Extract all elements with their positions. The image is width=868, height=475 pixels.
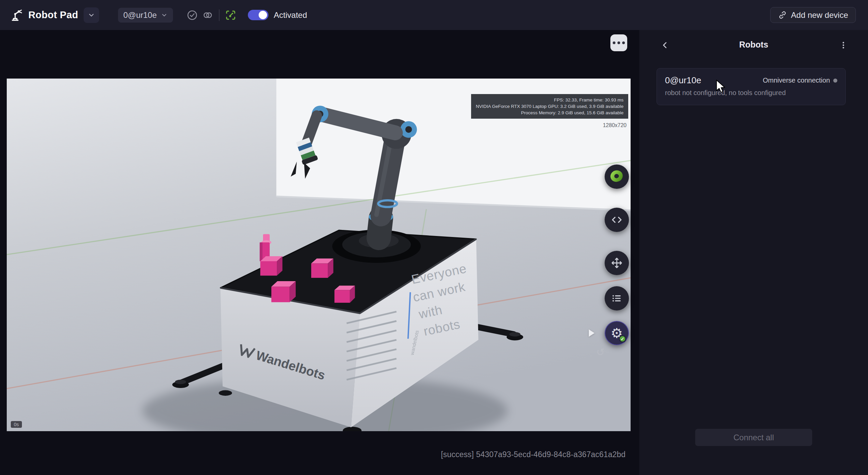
robot-name: 0@ur10e bbox=[665, 75, 701, 86]
3d-viewport[interactable]: Wandelbots Everyone can work with robots… bbox=[7, 79, 631, 431]
main-area: Wandelbots Everyone can work with robots… bbox=[0, 30, 639, 475]
dot bbox=[613, 41, 615, 44]
robot-scan-icon bbox=[225, 9, 237, 21]
add-new-device-label: Add new device bbox=[791, 10, 848, 20]
robot-connection-label: Omniverse connection bbox=[763, 77, 830, 84]
check-circle-icon bbox=[186, 9, 198, 21]
device-selector-label: 0@ur10e bbox=[123, 10, 157, 20]
perf-line-fps: FPS: 32.33, Frame time: 30.93 ms bbox=[476, 97, 624, 103]
code-button[interactable] bbox=[605, 208, 629, 232]
move-button[interactable] bbox=[605, 251, 629, 275]
dot bbox=[617, 41, 620, 44]
activation-toggle-label: Activated bbox=[274, 10, 307, 20]
add-new-device-button[interactable]: Add new device bbox=[770, 7, 856, 23]
status-message: [success] 54307a93-5ecd-46d9-84c8-a367ac… bbox=[441, 450, 626, 459]
move-arrows-icon bbox=[610, 256, 624, 270]
robots-panel: Robots 0@ur10e Omniverse connection robo… bbox=[639, 30, 868, 475]
performance-overlay: FPS: 32.33, Frame time: 30.93 ms NVIDIA … bbox=[471, 94, 628, 119]
chevron-down-icon bbox=[161, 12, 168, 19]
perf-line-gpu: NVIDIA GeForce RTX 3070 Laptop GPU: 3.2 … bbox=[476, 103, 624, 110]
connection-status-dot bbox=[833, 79, 837, 83]
robot-pad-logo-icon bbox=[10, 8, 24, 22]
chevron-down-icon bbox=[88, 11, 95, 19]
settings-button[interactable]: ⚙ ✓ bbox=[605, 321, 629, 345]
reset-view-button[interactable]: ↺ bbox=[596, 346, 605, 358]
toolbar-divider bbox=[219, 9, 220, 21]
list-icon bbox=[610, 292, 623, 305]
play-mini-button[interactable] bbox=[589, 329, 595, 337]
joint-control-button[interactable] bbox=[605, 165, 629, 189]
connection-rings-button[interactable] bbox=[200, 7, 215, 23]
device-selector[interactable]: 0@ur10e bbox=[118, 8, 173, 23]
kebab-menu-icon bbox=[839, 41, 848, 50]
code-icon bbox=[610, 213, 623, 226]
perf-line-memory: Process Memory: 2.9 GiB used, 15.6 GiB a… bbox=[476, 110, 624, 116]
app-menu-chevron-button[interactable] bbox=[84, 7, 99, 23]
timeline-badge: 0s bbox=[11, 421, 22, 428]
list-button[interactable] bbox=[605, 286, 629, 310]
connection-rings-icon bbox=[202, 9, 213, 21]
toggle-knob bbox=[259, 11, 267, 19]
green-ring-icon bbox=[609, 169, 624, 184]
dot bbox=[622, 41, 625, 44]
viewport-more-button[interactable] bbox=[610, 34, 627, 51]
app-root: Robot Pad 0@ur10e bbox=[0, 0, 868, 475]
scene-render: Wandelbots Everyone can work with robots… bbox=[7, 79, 631, 431]
connect-all-button[interactable]: Connect all bbox=[695, 429, 812, 446]
panel-title: Robots bbox=[639, 40, 868, 50]
link-icon bbox=[778, 10, 787, 20]
activation-toggle[interactable] bbox=[248, 10, 268, 20]
settings-ok-badge: ✓ bbox=[619, 335, 626, 343]
robot-card[interactable]: 0@ur10e Omniverse connection robot not c… bbox=[657, 68, 846, 105]
app-title: Robot Pad bbox=[28, 9, 78, 21]
panel-menu-button[interactable] bbox=[836, 38, 850, 52]
viewport-resolution: 1280x720 bbox=[603, 122, 627, 128]
robot-scan-button[interactable] bbox=[223, 7, 238, 23]
topbar: Robot Pad 0@ur10e bbox=[0, 0, 868, 30]
robot-config-status: robot not configured, no tools configure… bbox=[665, 89, 837, 97]
check-circle-button[interactable] bbox=[184, 7, 200, 23]
